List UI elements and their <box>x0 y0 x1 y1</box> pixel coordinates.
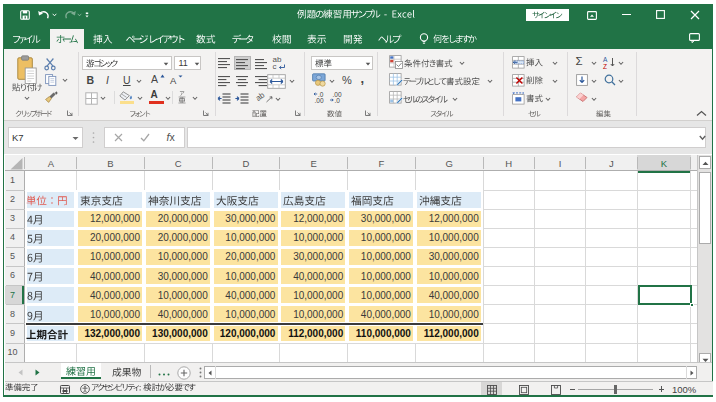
svg-text:.00: .00 <box>314 97 323 104</box>
svg-text:.0: .0 <box>335 97 341 104</box>
svg-text:Z: Z <box>603 62 607 69</box>
